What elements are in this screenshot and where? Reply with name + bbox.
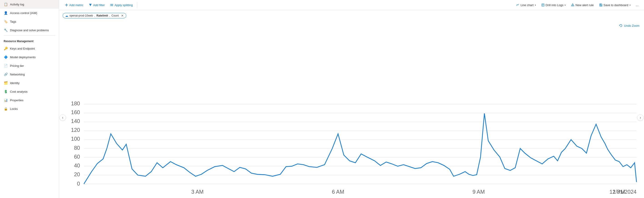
sidebar-item-identity[interactable]: 🗂️ Identity xyxy=(0,79,59,87)
chart-area: ☁ openai-prod-10web, Ratelimit, Count ✕ … xyxy=(59,10,644,198)
sidebar-item-label: Cost analysis xyxy=(10,90,28,93)
svg-text:160: 160 xyxy=(71,109,80,115)
sidebar-item-keys-endpoint[interactable]: 🔑 Keys and Endpoint xyxy=(0,44,59,53)
svg-text:0: 0 xyxy=(77,181,80,187)
filter-tag-cloud-icon: ☁ xyxy=(65,14,68,17)
apply-splitting-icon xyxy=(110,3,113,6)
sidebar-item-cost-analysis[interactable]: 💲 Cost analysis xyxy=(0,87,59,96)
toolbar-separator-1 xyxy=(137,2,137,8)
tags-icon: 🏷️ xyxy=(4,19,8,23)
svg-text:1/31/2024: 1/31/2024 xyxy=(613,189,637,195)
filter-metric: Ratelimit xyxy=(96,14,108,17)
svg-text:100: 100 xyxy=(71,136,80,142)
toolbar-right-actions: Line chart ▾ Drill into Logs ▾ New alert… xyxy=(514,2,640,8)
properties-icon: 📊 xyxy=(4,98,8,102)
sidebar-item-access-control[interactable]: 👤 Access control (IAM) xyxy=(0,9,59,17)
chart-nav-right[interactable]: › xyxy=(637,114,644,121)
new-alert-rule-button[interactable]: New alert rule xyxy=(569,2,596,8)
sidebar-item-networking[interactable]: 🔗 Networking xyxy=(0,70,59,79)
sidebar-item-diagnose[interactable]: 🔧 Diagnose and solve problems xyxy=(0,26,59,34)
identity-icon: 🗂️ xyxy=(4,81,8,85)
add-metric-icon xyxy=(65,3,68,6)
sidebar-item-label: Networking xyxy=(10,73,25,76)
svg-rect-0 xyxy=(542,4,544,6)
drill-logs-caret: ▾ xyxy=(564,4,566,6)
sidebar-item-activity-log[interactable]: 📋 Activity log xyxy=(0,0,59,9)
sidebar-item-pricing-tier[interactable]: 📄 Pricing tier xyxy=(0,61,59,70)
sidebar-item-tags[interactable]: 🏷️ Tags xyxy=(0,17,59,26)
model-deployments-icon: 🔷 xyxy=(4,55,8,59)
svg-text:120: 120 xyxy=(71,127,80,133)
cost-analysis-icon: 💲 xyxy=(4,90,8,94)
svg-text:140: 140 xyxy=(71,118,80,124)
resource-management-header: Resource Management xyxy=(0,36,59,44)
more-options-button[interactable]: ... xyxy=(634,2,640,8)
filter-tag: ☁ openai-prod-10web, Ratelimit, Count ✕ xyxy=(63,13,126,18)
sidebar-item-label: Activity log xyxy=(10,3,24,6)
svg-text:180: 180 xyxy=(71,100,80,106)
sidebar-item-label: Model deployments xyxy=(10,56,36,59)
filter-remove-button[interactable]: ✕ xyxy=(121,14,124,17)
apply-splitting-button[interactable]: Apply splitting xyxy=(108,2,135,8)
sidebar-divider xyxy=(4,35,55,36)
sidebar-item-label: Tags xyxy=(10,20,16,23)
svg-text:9 AM: 9 AM xyxy=(472,189,485,195)
sidebar-item-label: Keys and Endpoint xyxy=(10,47,35,50)
save-dashboard-icon xyxy=(599,3,602,6)
main-content: Add metric Add filter Apply splitting Li… xyxy=(59,0,644,198)
activity-log-icon: 📋 xyxy=(4,2,8,6)
networking-icon: 🔗 xyxy=(4,72,8,76)
sidebar-item-label: Locks xyxy=(10,107,18,110)
sidebar-item-model-deployments[interactable]: 🔷 Model deployments xyxy=(0,53,59,61)
svg-text:80: 80 xyxy=(74,145,80,151)
sidebar-item-locks[interactable]: 🔒 Locks xyxy=(0,104,59,113)
filter-aggregation: Count xyxy=(112,14,119,17)
svg-text:40: 40 xyxy=(74,162,80,169)
svg-text:6 AM: 6 AM xyxy=(332,189,344,195)
chart-nav-left[interactable]: ‹ xyxy=(60,114,66,121)
chart-container: .grid-line { stroke: #e8e8e8; stroke-wid… xyxy=(63,22,640,198)
line-chart-caret: ▾ xyxy=(535,4,536,6)
save-dashboard-caret: ▾ xyxy=(630,4,630,6)
line-chart-icon xyxy=(516,3,519,6)
diagnose-icon: 🔧 xyxy=(4,28,8,32)
access-control-icon: 👤 xyxy=(4,11,8,15)
svg-text:60: 60 xyxy=(74,154,80,160)
drill-logs-icon xyxy=(541,3,544,6)
sidebar-item-label: Identity xyxy=(10,81,20,85)
svg-point-4 xyxy=(573,5,573,6)
svg-rect-6 xyxy=(600,4,601,5)
drill-into-logs-button[interactable]: Drill into Logs ▾ xyxy=(539,2,568,8)
pricing-tier-icon: 📄 xyxy=(4,64,8,68)
toolbar: Add metric Add filter Apply splitting Li… xyxy=(59,0,644,10)
sidebar-item-label: Pricing tier xyxy=(10,64,24,68)
filter-service: openai-prod-10web xyxy=(70,14,93,17)
alert-rule-icon xyxy=(571,3,574,6)
sidebar-item-label: Diagnose and solve problems xyxy=(10,28,49,32)
line-chart-button[interactable]: Line chart ▾ xyxy=(514,2,538,8)
add-filter-button[interactable]: Add filter xyxy=(86,2,107,8)
line-chart-svg: .grid-line { stroke: #e8e8e8; stroke-wid… xyxy=(63,22,640,198)
svg-rect-5 xyxy=(600,5,601,6)
add-filter-icon xyxy=(89,3,92,6)
locks-icon: 🔒 xyxy=(4,107,8,111)
sidebar-item-label: Access control (IAM) xyxy=(10,11,37,15)
svg-text:20: 20 xyxy=(74,171,80,177)
svg-text:3 AM: 3 AM xyxy=(192,189,204,195)
add-metric-button[interactable]: Add metric xyxy=(63,2,86,8)
save-to-dashboard-button[interactable]: Save to dashboard ▾ xyxy=(597,2,633,8)
sidebar: 📋 Activity log 👤 Access control (IAM) 🏷️… xyxy=(0,0,59,198)
sidebar-item-label: Properties xyxy=(10,99,24,102)
sidebar-item-properties[interactable]: 📊 Properties xyxy=(0,96,59,104)
filter-row: ☁ openai-prod-10web, Ratelimit, Count ✕ xyxy=(63,13,640,18)
keys-icon: 🔑 xyxy=(4,46,8,51)
